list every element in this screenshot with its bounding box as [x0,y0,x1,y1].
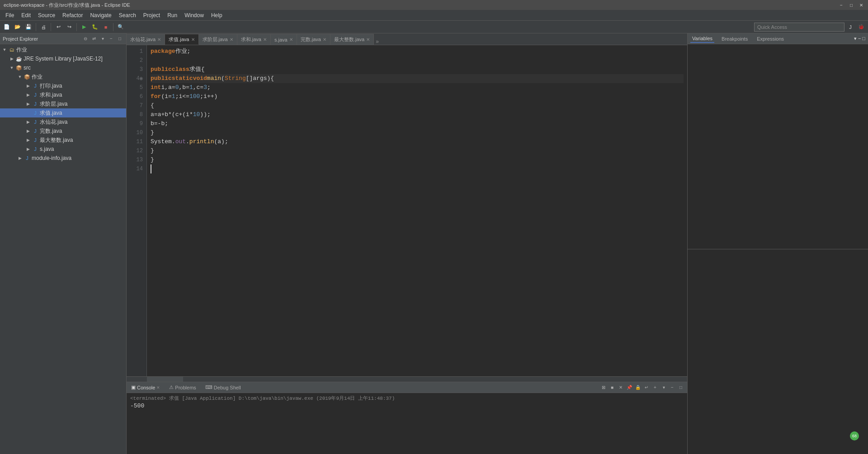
project-explorer-header: Project Explorer ⊖ ⇌ ▾ − □ [0,33,126,44]
java-icon-dayin: J [32,82,39,89]
menu-window[interactable]: Window [181,11,208,19]
maximize-console-icon[interactable]: □ [677,384,684,391]
tab-debug-shell[interactable]: ⌨ Debug Shell [203,384,243,391]
menu-edit[interactable]: Edit [18,11,34,19]
menu-file[interactable]: File [2,11,18,19]
menu-refactor[interactable]: Refactor [59,11,86,19]
editor-horizontal-scrollbar[interactable] [127,376,687,382]
toolbar-open-btn[interactable]: 📂 [13,22,23,32]
tab-close-zuida[interactable]: ✕ [366,37,370,42]
tab-console[interactable]: ▣ Console ✕ [129,384,162,391]
rp-view-menu-icon[interactable]: ▾ [854,36,857,42]
tree-label-project: 作业 [15,46,27,54]
menu-run[interactable]: Run [164,11,181,19]
right-panel: Variables Breakpoints Expressions ▾ − □ [687,33,868,454]
minimize-button[interactable]: − [838,2,844,8]
java-icon-wanshu: J [32,127,39,135]
toolbar: 📄 📂 💾 🖨 ↩ ↪ ▶ 🐛 ■ 🔍 Quick Access J 🐞 [0,21,868,33]
tab-overflow-btn[interactable]: » [376,38,379,45]
code-content[interactable]: package 作业; public class 求值 { public sta… [147,45,687,376]
jre-icon: ☕ [15,55,23,62]
minimize-console-icon[interactable]: − [669,384,676,391]
tree-item-dayin[interactable]: ▶ J 打印.java [0,81,126,90]
console-view-menu-icon[interactable]: ▾ [660,384,667,391]
tree-item-module[interactable]: ▶ J module-info.java [0,154,126,163]
tab-breakpoints[interactable]: Breakpoints [720,35,750,42]
tab-qiuzhi[interactable]: 求值.java ✕ [165,34,198,45]
tab-close-s[interactable]: ✕ [289,37,293,42]
tab-close-wanshu[interactable]: ✕ [323,37,326,42]
tree-label-folder-zuoye: 作业 [31,73,42,81]
toolbar-debug-btn[interactable]: 🐛 [90,22,100,32]
tree-item-jre[interactable]: ▶ ☕ JRE System Library [JavaSE-12] [0,54,126,63]
tab-close-qiujieceng[interactable]: ✕ [230,37,233,42]
tree-item-shuixianhua[interactable]: ▶ J 水仙花.java [0,117,126,126]
tab-problems[interactable]: ⚠ Problems [167,384,198,391]
tab-zuida[interactable]: 最大整数.java ✕ [330,34,374,45]
maximize-panel-icon[interactable]: □ [116,35,123,42]
toolbar-undo-btn[interactable]: ↩ [53,22,63,32]
menu-source[interactable]: Source [34,11,59,19]
tree-item-qiuzhi[interactable]: J 求值.java [0,108,126,117]
view-menu-icon[interactable]: ▾ [99,35,106,42]
rp-maximize-icon[interactable]: □ [862,36,865,42]
toolbar-new-btn[interactable]: 📄 [2,22,12,32]
tab-variables[interactable]: Variables [690,35,714,43]
tab-qiuhe[interactable]: 求和.java ✕ [237,34,271,45]
tree-item-folder-zuoye[interactable]: ▼ 📦 作业 [0,72,126,81]
console-output: <terminated> 求值 [Java Application] D:\to… [127,393,687,454]
java-icon-s: J [32,145,39,153]
scroll-lock-icon[interactable]: 🔒 [634,384,642,391]
collapse-all-icon[interactable]: ⊖ [82,35,89,42]
code-line-1: package 作业; [151,47,684,56]
toolbar-search-btn[interactable]: 🔍 [116,22,126,32]
terminate-icon[interactable]: ■ [609,384,616,391]
tab-close-shuixianhua[interactable]: ✕ [157,37,161,42]
toolbar-perspective-debug-btn[interactable]: 🐞 [856,22,866,32]
console-tab-close[interactable]: ✕ [156,385,160,390]
tree-item-qiuhe[interactable]: ▶ J 求和.java [0,90,126,99]
toolbar-perspective-java-btn[interactable]: J [845,22,855,32]
menu-help[interactable]: Help [208,11,226,19]
tab-expressions[interactable]: Expressions [755,35,786,42]
remove-launch-icon[interactable]: ✕ [617,384,624,391]
toolbar-redo-btn[interactable]: ↪ [64,22,74,32]
tree-item-wanshu[interactable]: ▶ J 完数.java [0,126,126,136]
tab-close-qiuhe[interactable]: ✕ [263,37,267,42]
pin-console-icon[interactable]: 📌 [626,384,633,391]
toolbar-stop-btn[interactable]: ■ [101,22,111,32]
menu-project[interactable]: Project [140,11,164,19]
menu-search[interactable]: Search [115,11,140,19]
toolbar-save-btn[interactable]: 💾 [24,22,33,32]
code-line-2 [151,56,684,65]
close-button[interactable]: ✕ [858,2,864,8]
tab-s[interactable]: s.java ✕ [271,34,297,45]
clear-console-icon[interactable]: ⊠ [600,384,607,391]
minimize-panel-icon[interactable]: − [108,35,115,42]
java-icon-shuixianhua: J [32,118,39,126]
tab-shuixianhua[interactable]: 水仙花.java ✕ [127,34,165,45]
toolbar-print-btn[interactable]: 🖨 [38,22,48,32]
tree-label-qiuzhi: 求值.java [39,109,62,117]
window-title: eclipse-workspace - 作业/src/作业/求值.java - … [4,2,838,9]
tab-close-qiuzhi[interactable]: ✕ [191,37,195,42]
tree-item-s[interactable]: ▶ J s.java [0,145,126,154]
tab-qiujieceng[interactable]: 求阶层.java ✕ [199,34,237,45]
problems-tab-label: Problems [175,385,196,390]
tab-wanshu[interactable]: 完数.java ✕ [297,34,330,45]
maximize-button[interactable]: □ [848,2,854,8]
tree-item-src[interactable]: ▼ 📦 src [0,63,126,72]
arrow-src: ▼ [8,64,15,71]
tree-item-zuida[interactable]: ▶ J 最大整数.java [0,136,126,145]
rp-minimize-icon[interactable]: − [858,36,861,42]
menu-navigate[interactable]: Navigate [86,11,115,19]
link-editor-icon[interactable]: ⇌ [90,35,98,42]
right-panel-content [688,44,868,249]
tree-item-project[interactable]: ▼ 🗂 作业 [0,45,126,54]
word-wrap-icon[interactable]: ↵ [643,384,650,391]
new-console-icon[interactable]: + [651,384,659,391]
toolbar-run-btn[interactable]: ▶ [79,22,89,32]
tree-item-qiujieceng[interactable]: ▶ J 求阶层.java [0,99,126,108]
folder-icon: 📦 [24,73,31,80]
quick-access-input[interactable]: Quick Access [754,23,844,32]
